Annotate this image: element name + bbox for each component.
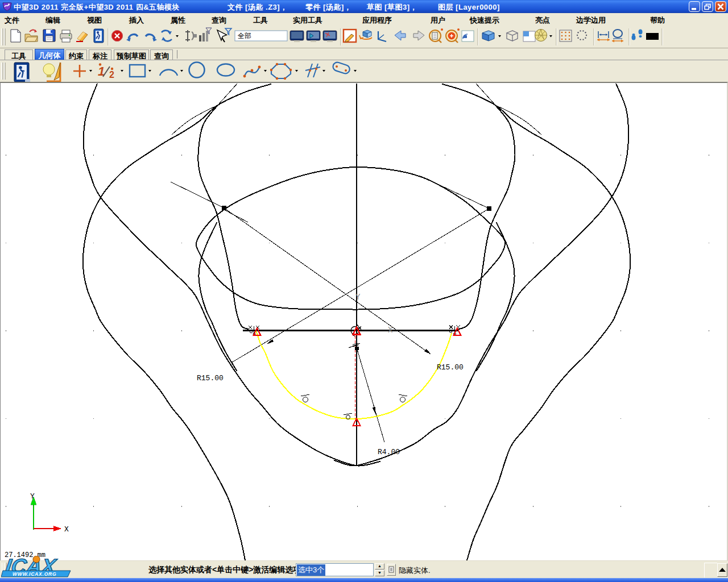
svg-text:全部: 全部 xyxy=(238,32,251,40)
svg-text:R15.00: R15.00 xyxy=(197,374,224,383)
svg-text:2: 2 xyxy=(109,70,114,80)
svg-text:R4.00: R4.00 xyxy=(378,448,400,456)
svg-text:Y: Y xyxy=(30,492,35,501)
svg-text:X: X xyxy=(388,326,393,335)
svg-text:X: X xyxy=(64,525,69,534)
svg-text:Y: Y xyxy=(355,293,361,302)
svg-text:R15.00: R15.00 xyxy=(437,363,464,372)
svg-text:WWW.ICAX.ORG: WWW.ICAX.ORG xyxy=(13,571,56,577)
